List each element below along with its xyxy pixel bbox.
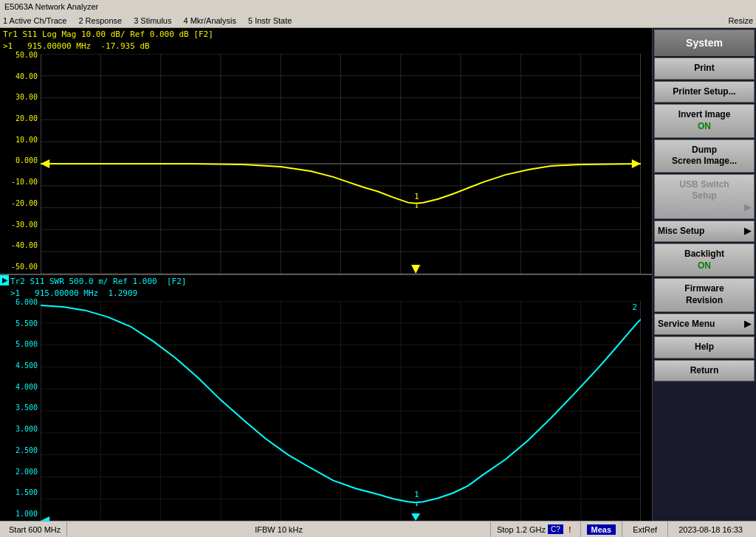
usb-switch-arrow: ▶ xyxy=(744,202,751,214)
svg-marker-47 xyxy=(632,159,641,168)
svg-text:1: 1 xyxy=(414,192,419,201)
help-button[interactable]: Help xyxy=(654,336,755,358)
menu-active-ch[interactable]: 1 Active Ch/Trace xyxy=(3,16,66,25)
extref-box: ExtRef xyxy=(628,524,662,535)
resize-button[interactable]: Resize xyxy=(728,16,753,25)
menu-bar: 1 Active Ch/Trace 2 Response 3 Stimulus … xyxy=(0,13,756,28)
menu-instr-state[interactable]: 5 Instr State xyxy=(248,16,292,25)
svg-marker-75 xyxy=(411,513,420,521)
svg-marker-46 xyxy=(41,159,49,168)
chart-top-y-axis: 50.00 40.00 30.00 20.00 10.00 0.000 -10.… xyxy=(0,28,41,274)
status-meas[interactable]: Meas xyxy=(581,522,623,537)
service-menu-button[interactable]: Service Menu ▶ xyxy=(654,313,755,336)
status-bar: Start 600 MHz IFBW 10 kHz Stop 1.2 GHz C… xyxy=(0,521,756,537)
misc-setup-arrow: ▶ xyxy=(744,226,751,238)
return-button[interactable]: Return xyxy=(654,360,755,382)
status-ifbw: IFBW 10 kHz xyxy=(67,522,491,537)
status-datetime: 2023-08-18 16:33 xyxy=(668,522,753,537)
chart-top: Tr1 S11 Log Mag 10.00 dB/ Ref 0.000 dB [… xyxy=(0,28,652,275)
chart-area: Tr1 S11 Log Mag 10.00 dB/ Ref 0.000 dB [… xyxy=(0,28,653,521)
svg-marker-48 xyxy=(411,265,420,274)
misc-setup-button[interactable]: Misc Setup ▶ xyxy=(654,221,755,243)
svg-text:2: 2 xyxy=(632,302,637,312)
dump-screen-button[interactable]: Dump Screen Image... xyxy=(654,139,755,173)
active-trace-indicator: ▶ xyxy=(0,275,9,285)
service-menu-arrow: ▶ xyxy=(744,319,751,330)
chart-top-header: Tr1 S11 Log Mag 10.00 dB/ Ref 0.000 dB [… xyxy=(3,30,213,39)
status-extref: ExtRef xyxy=(622,522,668,537)
status-stop: Stop 1.2 GHz C? ! xyxy=(491,522,581,537)
printer-setup-button[interactable]: Printer Setup... xyxy=(654,81,755,103)
svg-marker-74 xyxy=(41,516,49,521)
chart-top-trace: 1 ↓ xyxy=(41,54,641,274)
invert-image-button[interactable]: Invert Image ON xyxy=(654,104,755,137)
app-title: E5063A Network Analyzer xyxy=(4,2,98,11)
main-area: Tr1 S11 Log Mag 10.00 dB/ Ref 0.000 dB [… xyxy=(0,28,756,521)
meas-box: Meas xyxy=(587,524,616,535)
firmware-revision-button[interactable]: Firmware Revision xyxy=(654,278,755,311)
chart-bottom-trace: 2 1 ↓ xyxy=(41,301,641,521)
chart-top-marker: >1 915.00000 MHz -17.935 dB xyxy=(3,41,150,51)
datetime-box: 2023-08-18 16:33 xyxy=(674,524,747,535)
svg-text:↓: ↓ xyxy=(414,201,419,210)
warn-indicator: ! xyxy=(566,524,574,535)
channel-indicator: C? xyxy=(548,524,563,534)
menu-response[interactable]: 2 Response xyxy=(78,16,122,25)
status-start: Start 600 MHz xyxy=(3,522,67,537)
menu-stimulus[interactable]: 3 Stimulus xyxy=(134,16,171,25)
title-bar: E5063A Network Analyzer xyxy=(0,0,756,13)
right-panel: System Print Printer Setup... Invert Ima… xyxy=(653,28,756,521)
chart-bottom: ▶ Tr2 S11 SWR 500.0 m/ Ref 1.000 [F2] >1… xyxy=(0,275,652,521)
menu-mkr[interactable]: 4 Mkr/Analysis xyxy=(183,16,236,25)
chart-bottom-header: Tr2 S11 SWR 500.0 m/ Ref 1.000 [F2] xyxy=(10,277,186,286)
usb-switch-button[interactable]: USB Switch Setup ▶ xyxy=(654,174,755,219)
system-button[interactable]: System xyxy=(654,30,755,56)
chart-bottom-y-axis: 6.000 5.500 5.000 4.500 4.000 3.500 3.00… xyxy=(0,275,41,521)
chart-bottom-marker: >1 915.00000 MHz 1.2909 xyxy=(10,288,137,298)
svg-text:↓: ↓ xyxy=(414,499,419,508)
backlight-button[interactable]: Backlight ON xyxy=(654,243,755,277)
print-button[interactable]: Print xyxy=(654,58,755,80)
